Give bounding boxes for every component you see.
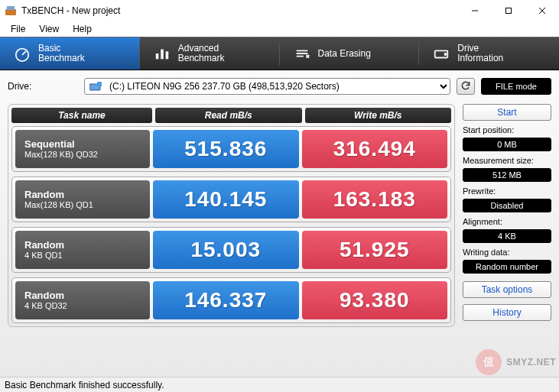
svg-point-12	[445, 53, 447, 55]
status-bar: Basic Benchmark finished successfully.	[0, 377, 559, 392]
task-title: Random	[24, 290, 150, 301]
drive-select-wrap[interactable]: (C:) LITEON N9G 256 237.70 GB (498,513,9…	[84, 78, 450, 95]
file-mode-button[interactable]: FILE mode	[481, 78, 551, 95]
tab-data-erasing[interactable]: Data Erasing	[280, 37, 420, 70]
table-row: Random 4 KB QD32 146.337 93.380	[11, 277, 451, 323]
menu-help[interactable]: Help	[67, 23, 98, 35]
svg-rect-10	[165, 51, 168, 59]
header-read: Read mB/s	[155, 108, 302, 123]
tab-label: Advanced Benchmark	[178, 44, 225, 63]
measurement-size-button[interactable]: 512 MB	[463, 168, 551, 182]
drive-icon	[89, 82, 102, 91]
prewrite-button[interactable]: Disabled	[463, 199, 551, 212]
header-task: Task name	[11, 108, 152, 123]
drive-info-icon	[433, 45, 450, 62]
drive-label: Drive:	[8, 81, 78, 92]
svg-rect-8	[156, 53, 159, 59]
tab-label: Data Erasing	[318, 48, 371, 59]
read-value: 515.836	[153, 130, 299, 168]
measurement-size-label: Measurement size:	[463, 154, 551, 165]
task-subtitle: Max(128 KB) QD1	[24, 200, 150, 209]
history-button[interactable]: History	[463, 304, 551, 321]
menubar: File View Help	[0, 21, 559, 37]
alignment-button[interactable]: 4 KB	[463, 229, 551, 243]
read-value: 15.003	[153, 231, 299, 269]
svg-rect-0	[5, 9, 16, 15]
benchmark-table: Task name Read mB/s Write mB/s Sequentia…	[8, 104, 455, 327]
svg-rect-14	[97, 82, 102, 86]
write-value: 93.380	[302, 281, 448, 319]
close-button[interactable]	[525, 0, 559, 21]
tab-label: Drive Information	[457, 44, 503, 63]
svg-rect-9	[161, 50, 164, 60]
task-name-cell: Random Max(128 KB) QD1	[15, 180, 150, 219]
task-subtitle: 4 KB QD1	[24, 251, 150, 260]
task-options-button[interactable]: Task options	[463, 281, 551, 298]
svg-line-7	[22, 51, 26, 55]
svg-point-6	[16, 49, 29, 62]
write-value: 316.494	[302, 130, 448, 168]
read-value: 140.145	[153, 180, 299, 219]
task-subtitle: Max(128 KB) QD32	[24, 150, 150, 159]
writing-data-label: Writing data:	[463, 246, 551, 257]
task-name-cell: Random 4 KB QD1	[15, 231, 150, 269]
svg-rect-1	[7, 6, 15, 10]
minimize-button[interactable]	[458, 0, 492, 21]
drive-select[interactable]: (C:) LITEON N9G 256 237.70 GB (498,513,9…	[106, 79, 450, 94]
menu-file[interactable]: File	[5, 23, 31, 35]
header-row: Task name Read mB/s Write mB/s	[11, 108, 451, 123]
maximize-button[interactable]	[492, 0, 525, 21]
alignment-label: Alignment:	[463, 215, 551, 226]
task-title: Random	[24, 190, 150, 200]
refresh-button[interactable]	[457, 78, 475, 95]
write-value: 163.183	[302, 180, 448, 219]
content-area: Drive: (C:) LITEON N9G 256 237.70 GB (49…	[0, 70, 559, 377]
tab-label: Basic Benchmark	[38, 44, 85, 63]
table-row: Random 4 KB QD1 15.003 51.925	[11, 227, 451, 273]
header-write: Write mB/s	[305, 108, 452, 123]
refresh-icon	[460, 80, 471, 93]
app-icon	[5, 5, 17, 17]
write-value: 51.925	[302, 231, 448, 269]
titlebar: TxBENCH - New project	[0, 0, 559, 21]
side-panel: Start Start position: 0 MB Measurement s…	[463, 104, 551, 327]
task-subtitle: 4 KB QD32	[24, 301, 150, 310]
window-title: TxBENCH - New project	[21, 5, 458, 16]
start-position-button[interactable]: 0 MB	[463, 138, 551, 151]
task-title: Sequential	[24, 139, 150, 150]
menu-view[interactable]: View	[33, 23, 65, 35]
writing-data-button[interactable]: Random number	[463, 260, 551, 274]
task-name-cell: Sequential Max(128 KB) QD32	[15, 130, 150, 168]
prewrite-label: Prewrite:	[463, 185, 551, 196]
start-button[interactable]: Start	[463, 104, 551, 121]
tabstrip: Basic Benchmark Advanced Benchmark Data …	[0, 37, 559, 70]
task-name-cell: Random 4 KB QD32	[15, 281, 150, 319]
start-position-label: Start position:	[463, 124, 551, 134]
tab-advanced-benchmark[interactable]: Advanced Benchmark	[140, 37, 280, 70]
tab-drive-information[interactable]: Drive Information	[419, 37, 559, 70]
erase-icon	[294, 45, 310, 62]
drive-row: Drive: (C:) LITEON N9G 256 237.70 GB (49…	[0, 70, 559, 99]
tab-basic-benchmark[interactable]: Basic Benchmark	[0, 37, 140, 70]
table-row: Sequential Max(128 KB) QD32 515.836 316.…	[11, 126, 451, 172]
svg-rect-3	[506, 8, 512, 14]
bars-icon	[154, 45, 171, 62]
task-title: Random	[24, 240, 150, 251]
read-value: 146.337	[153, 281, 299, 319]
gauge-icon	[14, 45, 31, 62]
table-row: Random Max(128 KB) QD1 140.145 163.183	[11, 177, 451, 222]
